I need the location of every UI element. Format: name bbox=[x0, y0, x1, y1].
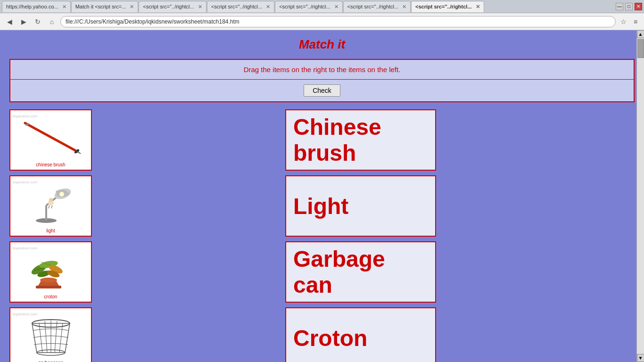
home-button[interactable]: ⌂ bbox=[46, 16, 58, 27]
close-button[interactable]: ✕ bbox=[635, 3, 642, 10]
tab-1[interactable]: https://help.yahoo.co... ✕ bbox=[2, 1, 71, 12]
svg-line-0 bbox=[25, 123, 77, 151]
image-card-garbage-can[interactable]: toyandoor.com bbox=[9, 307, 92, 362]
check-button[interactable]: Check bbox=[304, 84, 340, 97]
croton-svg bbox=[20, 245, 82, 293]
word-card-croton[interactable]: Croton bbox=[285, 307, 436, 362]
watermark-2: toyandoor.com bbox=[13, 180, 37, 184]
svg-point-8 bbox=[59, 192, 64, 197]
bookmark-icon[interactable]: ☆ bbox=[619, 17, 628, 26]
reload-button[interactable]: ↻ bbox=[32, 16, 43, 27]
tab-2[interactable]: Match it <script src=... ✕ bbox=[71, 1, 139, 12]
tab-7[interactable]: <script src="../rightcl... ✕ bbox=[411, 1, 484, 12]
menu-icon[interactable]: ≡ bbox=[631, 17, 640, 26]
tab-3-label: <script src="../rightcl... bbox=[143, 4, 194, 9]
svg-point-13 bbox=[40, 278, 57, 282]
left-column: toyandoor.com chinese br bbox=[9, 109, 92, 362]
chinese-brush-svg bbox=[16, 113, 86, 161]
tab-4[interactable]: <script src="../rightcl... ✕ bbox=[207, 1, 274, 12]
tab-5[interactable]: <script src="../rightcl... ✕ bbox=[275, 1, 342, 12]
check-row: Check bbox=[10, 80, 634, 101]
page-content: Match it Drag the items on the right to … bbox=[0, 30, 644, 362]
svg-line-28 bbox=[59, 323, 63, 353]
image-card-light[interactable]: toyandoor.com bbox=[9, 175, 92, 237]
watermark-4: toyandoor.com bbox=[13, 312, 37, 316]
garbage-can-svg bbox=[20, 311, 82, 359]
tab-6-label: <script src="../rightcl... bbox=[347, 4, 398, 9]
image-card-croton[interactable]: toyandoor.com bbox=[9, 241, 92, 303]
maximize-button[interactable]: □ bbox=[625, 3, 633, 10]
tab-3[interactable]: <script src="../rightcl... ✕ bbox=[139, 1, 206, 12]
instruction-text: Drag the items on the right to the items… bbox=[10, 60, 634, 80]
tab-5-label: <script src="../rightcl... bbox=[279, 4, 330, 9]
nav-bar: ◀ ▶ ↻ ⌂ ☆ ≡ bbox=[0, 13, 644, 30]
tab-2-close[interactable]: ✕ bbox=[130, 4, 134, 10]
watermark-3: toyandoor.com bbox=[13, 246, 37, 250]
tab-7-close[interactable]: ✕ bbox=[476, 4, 480, 10]
label-garbage-can: garbagecan bbox=[38, 360, 63, 362]
right-column: Chinese brush Light Garbage can Croton bbox=[285, 109, 436, 362]
word-card-chinese-brush[interactable]: Chinese brush bbox=[285, 109, 436, 171]
address-bar[interactable] bbox=[60, 16, 616, 27]
light-svg bbox=[20, 179, 82, 227]
image-card-chinese-brush[interactable]: toyandoor.com chinese br bbox=[9, 109, 92, 171]
watermark-1: toyandoor.com bbox=[13, 114, 37, 118]
back-button[interactable]: ◀ bbox=[4, 16, 15, 27]
forward-button[interactable]: ▶ bbox=[18, 16, 29, 27]
svg-point-10 bbox=[49, 198, 53, 202]
label-light: light bbox=[46, 228, 55, 233]
tab-2-label: Match it <script src=... bbox=[75, 4, 126, 9]
tab-bar: https://help.yahoo.co... ✕ Match it <scr… bbox=[0, 0, 644, 13]
minimize-button[interactable]: — bbox=[616, 3, 623, 10]
tab-6[interactable]: <script src="../rightcl... ✕ bbox=[343, 1, 411, 12]
tab-1-close[interactable]: ✕ bbox=[62, 4, 66, 10]
word-card-garbage-can[interactable]: Garbage can bbox=[285, 241, 436, 303]
tab-4-close[interactable]: ✕ bbox=[266, 4, 270, 10]
svg-line-24 bbox=[39, 323, 42, 353]
tab-7-label: <script src="../rightcl... bbox=[415, 4, 472, 9]
word-garbage-can: Garbage can bbox=[293, 246, 428, 298]
scrollbar: ▲ ▼ bbox=[636, 30, 644, 362]
svg-line-11 bbox=[49, 206, 50, 208]
scroll-up-arrow[interactable]: ▲ bbox=[637, 30, 644, 38]
scroll-thumb[interactable] bbox=[637, 39, 644, 58]
word-card-light[interactable]: Light bbox=[285, 175, 436, 237]
word-light: Light bbox=[293, 193, 348, 219]
word-croton: Croton bbox=[293, 325, 367, 351]
svg-line-25 bbox=[45, 321, 47, 353]
tab-3-close[interactable]: ✕ bbox=[198, 4, 202, 10]
tab-5-close[interactable]: ✕ bbox=[334, 4, 339, 10]
browser-chrome: https://help.yahoo.co... ✕ Match it <scr… bbox=[0, 0, 644, 30]
match-area: toyandoor.com chinese br bbox=[9, 109, 635, 362]
instructions-box: Drag the items on the right to the items… bbox=[9, 59, 635, 102]
scroll-down-arrow[interactable]: ▼ bbox=[637, 354, 644, 362]
svg-rect-14 bbox=[36, 286, 61, 288]
svg-line-27 bbox=[55, 321, 57, 353]
word-chinese-brush: Chinese brush bbox=[293, 114, 428, 166]
tab-1-label: https://help.yahoo.co... bbox=[6, 4, 58, 9]
svg-line-12 bbox=[51, 206, 52, 208]
tab-4-label: <script src="../rightcl... bbox=[211, 4, 262, 9]
tab-6-close[interactable]: ✕ bbox=[402, 4, 406, 10]
label-croton: croton bbox=[44, 294, 58, 299]
page-title: Match it bbox=[9, 37, 635, 52]
label-chinese-brush: chinese brush bbox=[36, 162, 65, 167]
